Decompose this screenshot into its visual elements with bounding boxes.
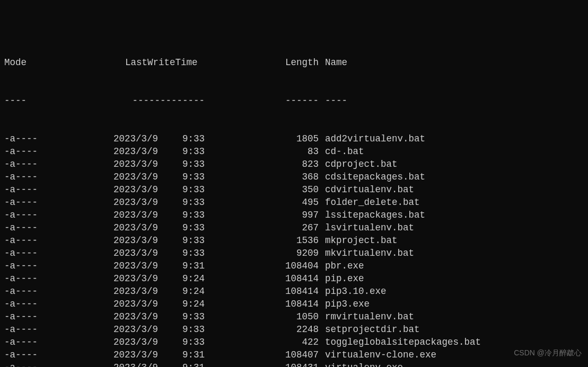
cell-date: 2023/3/9 xyxy=(42,221,158,234)
cell-name: mkproject.bat xyxy=(319,234,398,247)
cell-mode: -a---- xyxy=(4,259,42,272)
table-row: -a----2023/3/99:332248setprojectdir.bat xyxy=(4,323,584,336)
cell-length: 108414 xyxy=(205,285,319,298)
table-row: -a----2023/3/99:331805add2virtualenv.bat xyxy=(4,132,584,145)
cell-time: 9:24 xyxy=(158,298,205,310)
cell-length: 368 xyxy=(205,171,319,183)
table-row: -a----2023/3/99:339209mkvirtualenv.bat xyxy=(4,247,584,259)
cell-name: cdvirtualenv.bat xyxy=(319,183,414,196)
cell-time: 9:33 xyxy=(158,132,205,145)
table-row: -a----2023/3/99:33495folder_delete.bat xyxy=(4,196,584,209)
cell-date: 2023/3/9 xyxy=(42,196,158,209)
table-row: -a----2023/3/99:33350cdvirtualenv.bat xyxy=(4,183,584,196)
cell-time: 9:33 xyxy=(158,247,205,259)
cell-mode: -a---- xyxy=(4,234,42,247)
cell-name: pip.exe xyxy=(319,272,364,285)
table-row: -a----2023/3/99:33267lsvirtualenv.bat xyxy=(4,221,584,234)
cell-date: 2023/3/9 xyxy=(42,158,158,171)
cell-time: 9:33 xyxy=(158,171,205,183)
cell-name: toggleglobalsitepackages.bat xyxy=(319,336,481,348)
cell-name: virtualenv-clone.exe xyxy=(319,348,436,361)
cell-length: 1805 xyxy=(205,132,319,145)
header-lastwrite: LastWriteTime xyxy=(158,56,205,69)
cell-mode: -a---- xyxy=(4,285,42,298)
table-row: -a----2023/3/99:31108407virtualenv-clone… xyxy=(4,348,584,361)
cell-mode: -a---- xyxy=(4,361,42,367)
cell-name: cdsitepackages.bat xyxy=(319,171,425,183)
cell-date: 2023/3/9 xyxy=(42,361,158,367)
cell-mode: -a---- xyxy=(4,336,42,348)
header-mode: Mode xyxy=(4,56,42,69)
cell-length: 1050 xyxy=(205,310,319,323)
cell-date: 2023/3/9 xyxy=(42,183,158,196)
divider-length: ------ xyxy=(205,94,319,107)
cell-length: 997 xyxy=(205,209,319,221)
table-row: -a----2023/3/99:24108414pip3.exe xyxy=(4,298,584,310)
cell-mode: -a---- xyxy=(4,183,42,196)
cell-mode: -a---- xyxy=(4,145,42,158)
cell-time: 9:33 xyxy=(158,221,205,234)
cell-time: 9:24 xyxy=(158,272,205,285)
cell-time: 9:33 xyxy=(158,323,205,336)
cell-name: cdproject.bat xyxy=(319,158,398,171)
cell-name: virtualenv.exe xyxy=(319,361,403,367)
cell-length: 422 xyxy=(205,336,319,348)
cell-mode: -a---- xyxy=(4,348,42,361)
table-row: -a----2023/3/99:33823cdproject.bat xyxy=(4,158,584,171)
cell-time: 9:33 xyxy=(158,183,205,196)
cell-length: 108414 xyxy=(205,298,319,310)
header-name: Name xyxy=(319,56,347,69)
cell-time: 9:33 xyxy=(158,310,205,323)
table-row: -a----2023/3/99:24108414pip.exe xyxy=(4,272,584,285)
table-row: -a----2023/3/99:331050rmvirtualenv.bat xyxy=(4,310,584,323)
table-row: -a----2023/3/99:33422toggleglobalsitepac… xyxy=(4,336,584,348)
cell-date: 2023/3/9 xyxy=(42,145,158,158)
cell-length: 108414 xyxy=(205,272,319,285)
watermark: CSDN @冷月醉虣心 xyxy=(514,346,582,359)
cell-name: pbr.exe xyxy=(319,259,364,272)
cell-time: 9:31 xyxy=(158,259,205,272)
cell-name: add2virtualenv.bat xyxy=(319,132,425,145)
table-row: -a----2023/3/99:31108404pbr.exe xyxy=(4,259,584,272)
cell-length: 495 xyxy=(205,196,319,209)
cell-date: 2023/3/9 xyxy=(42,171,158,183)
cell-mode: -a---- xyxy=(4,298,42,310)
cell-mode: -a---- xyxy=(4,132,42,145)
cell-name: pip3.10.exe xyxy=(319,285,387,298)
cell-length: 2248 xyxy=(205,323,319,336)
cell-date: 2023/3/9 xyxy=(42,132,158,145)
cell-mode: -a---- xyxy=(4,247,42,259)
divider-name: ---- xyxy=(319,94,347,107)
cell-time: 9:31 xyxy=(158,361,205,367)
table-row: -a----2023/3/99:331536mkproject.bat xyxy=(4,234,584,247)
cell-time: 9:33 xyxy=(158,158,205,171)
cell-mode: -a---- xyxy=(4,171,42,183)
table-row: -a----2023/3/99:33997lssitepackages.bat xyxy=(4,209,584,221)
cell-date: 2023/3/9 xyxy=(42,209,158,221)
divider-lastwrite: ------------- xyxy=(158,94,205,107)
table-row: -a----2023/3/99:33368cdsitepackages.bat xyxy=(4,171,584,183)
cell-date: 2023/3/9 xyxy=(42,348,158,361)
file-listing: -a----2023/3/99:331805add2virtualenv.bat… xyxy=(4,132,584,367)
cell-name: lssitepackages.bat xyxy=(319,209,425,221)
cell-name: setprojectdir.bat xyxy=(319,323,420,336)
cell-length: 108407 xyxy=(205,348,319,361)
cell-length: 1536 xyxy=(205,234,319,247)
cell-length: 823 xyxy=(205,158,319,171)
cell-date: 2023/3/9 xyxy=(42,259,158,272)
cell-mode: -a---- xyxy=(4,221,42,234)
table-row: -a----2023/3/99:3383cd-.bat xyxy=(4,145,584,158)
cell-time: 9:31 xyxy=(158,348,205,361)
cell-name: rmvirtualenv.bat xyxy=(319,310,414,323)
cell-mode: -a---- xyxy=(4,196,42,209)
cell-time: 9:33 xyxy=(158,145,205,158)
cell-mode: -a---- xyxy=(4,310,42,323)
cell-date: 2023/3/9 xyxy=(42,272,158,285)
cell-length: 108404 xyxy=(205,259,319,272)
cell-name: cd-.bat xyxy=(319,145,364,158)
cell-date: 2023/3/9 xyxy=(42,234,158,247)
cell-mode: -a---- xyxy=(4,209,42,221)
cell-date: 2023/3/9 xyxy=(42,336,158,348)
cell-mode: -a---- xyxy=(4,272,42,285)
cell-name: mkvirtualenv.bat xyxy=(319,247,414,259)
